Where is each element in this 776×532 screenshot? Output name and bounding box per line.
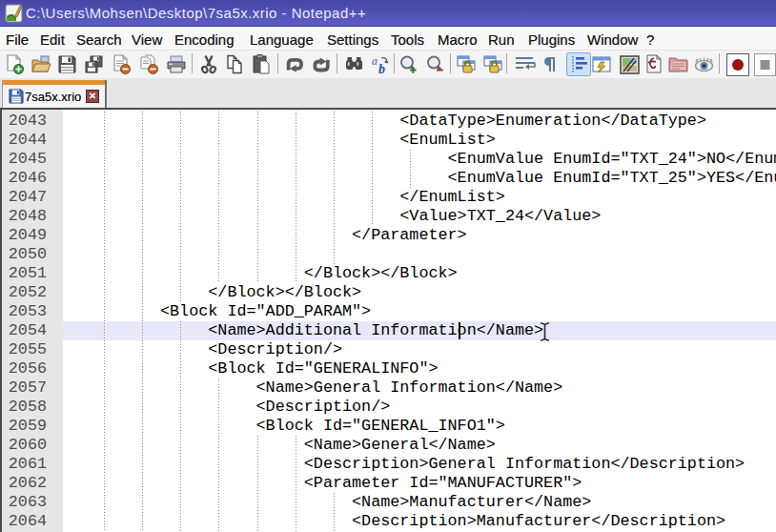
svg-text:b: b xyxy=(378,62,385,75)
svg-text:a: a xyxy=(372,54,378,68)
